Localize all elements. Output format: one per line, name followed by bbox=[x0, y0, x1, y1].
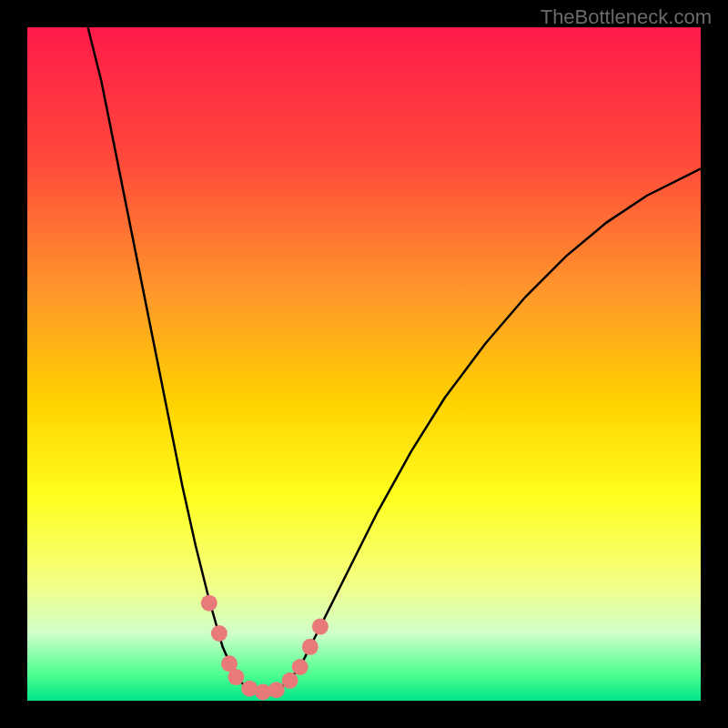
chart-frame bbox=[27, 27, 701, 701]
data-point bbox=[228, 669, 244, 685]
data-point bbox=[268, 682, 285, 698]
data-point bbox=[201, 595, 217, 612]
chart-svg bbox=[27, 27, 701, 701]
data-point bbox=[302, 639, 318, 655]
data-point bbox=[312, 619, 329, 635]
watermark-text: TheBottleneck.com bbox=[541, 5, 712, 29]
data-point bbox=[282, 672, 298, 689]
gradient-background bbox=[27, 27, 701, 701]
data-point bbox=[292, 659, 308, 675]
data-point bbox=[211, 625, 228, 642]
